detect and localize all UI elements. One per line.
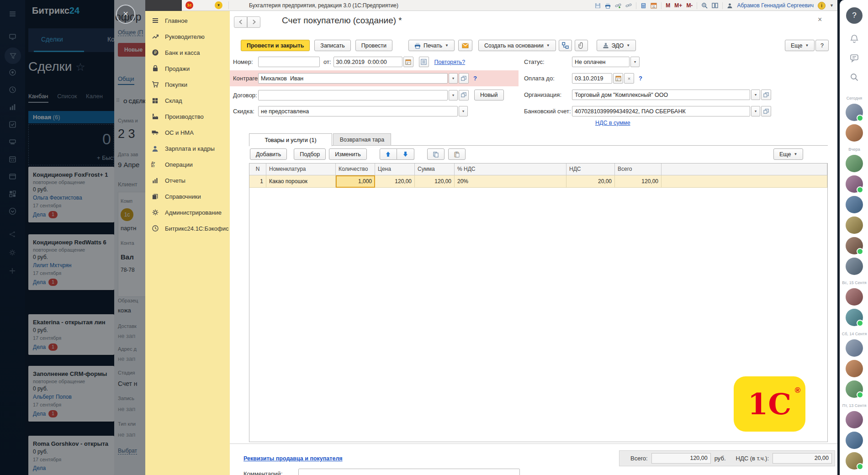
- print-button[interactable]: Печать▼: [408, 40, 455, 51]
- cell-n[interactable]: 1: [249, 175, 266, 188]
- slider-close-button[interactable]: [116, 5, 135, 24]
- discount-select[interactable]: [258, 106, 458, 116]
- date-input[interactable]: [333, 57, 402, 67]
- seller-buyer-details-link[interactable]: Реквизиты продавца и покупателя: [243, 455, 343, 462]
- col-n[interactable]: N: [249, 164, 266, 175]
- sidebar-item-operations[interactable]: ДтКтОперации: [145, 158, 230, 171]
- list-icon[interactable]: [419, 57, 429, 67]
- col-price[interactable]: Цена: [375, 164, 415, 175]
- cell-total[interactable]: 120,00: [615, 175, 662, 188]
- col-vat-pct[interactable]: % НДС: [455, 164, 566, 175]
- organization-input[interactable]: [572, 90, 750, 100]
- avatar[interactable]: [846, 124, 863, 142]
- avatar[interactable]: [846, 288, 863, 306]
- repeat-link[interactable]: Повторять?: [434, 59, 466, 65]
- dropdown-icon[interactable]: [630, 57, 640, 67]
- edo-button[interactable]: ЭДО▼: [597, 40, 636, 51]
- avatar[interactable]: [846, 432, 863, 449]
- dropdown-icon[interactable]: [449, 90, 458, 100]
- sidebar-item-manager[interactable]: Руководителю: [145, 30, 230, 43]
- chevron-down-icon[interactable]: ▼: [830, 3, 834, 8]
- calendar-icon[interactable]: [651, 2, 657, 9]
- tab-returnable-tare[interactable]: Возвратная тара: [333, 133, 391, 146]
- add-row-button[interactable]: Добавить: [250, 148, 287, 160]
- avatar[interactable]: [846, 155, 863, 172]
- open-icon[interactable]: [459, 73, 469, 84]
- dropdown-icon[interactable]: [449, 73, 458, 84]
- avatar[interactable]: [846, 196, 863, 213]
- sidebar-item-reports[interactable]: Отчеты: [145, 174, 230, 187]
- memory-plus-button[interactable]: М+: [674, 2, 682, 9]
- help-button[interactable]: ?: [846, 7, 863, 24]
- cell-vat[interactable]: 20,00: [566, 175, 615, 188]
- add-link-icon[interactable]: [615, 2, 621, 9]
- open-icon[interactable]: [761, 90, 771, 100]
- avatar[interactable]: [846, 237, 863, 254]
- notifications-icon[interactable]: [849, 34, 859, 44]
- memory-button[interactable]: М: [666, 2, 670, 9]
- forward-button[interactable]: [247, 16, 260, 28]
- system-menu-icon[interactable]: ▼: [215, 1, 222, 9]
- sidebar-item-backoffice[interactable]: Битрикс24.1С:Бэкофис: [145, 222, 230, 235]
- calculator-icon[interactable]: [640, 3, 646, 9]
- bank-account-input[interactable]: [572, 106, 750, 116]
- avatar[interactable]: [846, 175, 863, 193]
- number-input[interactable]: [258, 57, 320, 67]
- avatar[interactable]: [846, 309, 863, 326]
- dropdown-icon[interactable]: [751, 90, 760, 100]
- avatar[interactable]: [846, 360, 863, 377]
- col-vat[interactable]: НДС: [566, 164, 615, 175]
- zoom-icon[interactable]: [701, 2, 708, 9]
- get-link-icon[interactable]: [625, 2, 632, 9]
- help-button[interactable]: ?: [815, 40, 829, 51]
- calendar-icon[interactable]: [403, 57, 413, 67]
- avatar[interactable]: [846, 258, 863, 275]
- pick-button[interactable]: Подбор: [294, 148, 326, 160]
- chat-icon[interactable]: [849, 53, 859, 63]
- counterparty-input[interactable]: [258, 73, 448, 84]
- sidebar-item-main[interactable]: Главное: [145, 14, 230, 27]
- search-icon[interactable]: [849, 72, 859, 82]
- sidebar-item-administration[interactable]: Администрирование: [145, 206, 230, 219]
- sidebar-item-sales[interactable]: Продажи: [145, 62, 230, 75]
- calendar-icon[interactable]: [613, 73, 623, 84]
- avatar[interactable]: [846, 339, 863, 357]
- cell-price[interactable]: 120,00: [375, 175, 415, 188]
- open-icon[interactable]: [761, 106, 771, 116]
- post-button[interactable]: Провести: [355, 40, 392, 51]
- create-from-button[interactable]: Создать на основании▼: [478, 40, 556, 51]
- memory-minus-button[interactable]: М-: [686, 2, 693, 9]
- form-close-icon[interactable]: [818, 16, 822, 24]
- sidebar-item-production[interactable]: Производство: [145, 110, 230, 123]
- paste-icon[interactable]: [448, 148, 466, 160]
- back-button[interactable]: [234, 16, 247, 28]
- edit-button[interactable]: Изменить: [329, 148, 366, 160]
- cell-quantity-selected[interactable]: 1,000: [336, 175, 375, 188]
- status-select[interactable]: [572, 57, 630, 67]
- col-total[interactable]: Всего: [615, 164, 662, 175]
- new-contract-button[interactable]: Новый: [474, 90, 504, 100]
- pay-until-help[interactable]: ?: [639, 75, 642, 82]
- open-icon[interactable]: [459, 90, 469, 100]
- related-documents-button[interactable]: [559, 40, 572, 51]
- dropdown-icon[interactable]: [459, 106, 468, 116]
- comment-input[interactable]: [298, 469, 520, 475]
- avatar[interactable]: [846, 380, 863, 398]
- move-down-icon[interactable]: [397, 148, 414, 160]
- sidebar-item-catalogs[interactable]: Справочники: [145, 190, 230, 203]
- attachments-button[interactable]: [575, 40, 588, 51]
- sidebar-item-assets[interactable]: ОС и НМА: [145, 126, 230, 139]
- dropdown-icon[interactable]: [751, 106, 760, 116]
- avatar[interactable]: [846, 452, 863, 470]
- more-button[interactable]: Еще▼: [785, 40, 815, 51]
- clear-icon[interactable]: ×: [624, 73, 634, 84]
- sidebar-item-warehouse[interactable]: Склад: [145, 94, 230, 107]
- split-view-icon[interactable]: [712, 2, 718, 9]
- user-name[interactable]: Абрамов Геннадий Сергеевич: [737, 2, 814, 9]
- cell-sum[interactable]: 120,00: [415, 175, 455, 188]
- vat-in-sum-link[interactable]: НДС в сумме: [595, 120, 630, 126]
- print-icon[interactable]: [605, 3, 611, 9]
- table-more-button[interactable]: Еще▼: [773, 148, 803, 160]
- col-sum[interactable]: Сумма: [415, 164, 455, 175]
- pay-until-input[interactable]: [572, 73, 612, 84]
